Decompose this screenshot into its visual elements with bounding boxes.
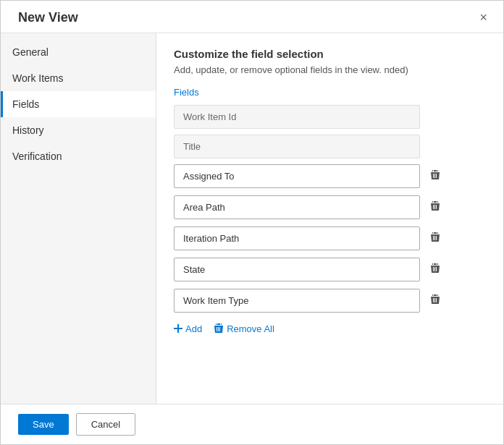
trash-icon [430,263,440,274]
section-title: Customize the field selection [174,48,486,60]
fixed-field-work-item-id: Work Item Id [174,105,420,129]
field-box-work-item-type: Work Item Type [174,289,420,313]
delete-state-button[interactable] [424,260,446,280]
sidebar-item-general[interactable]: General [1,39,156,65]
field-row-iteration-path: Iteration Path [174,226,486,250]
trash-icon [430,294,440,305]
close-button[interactable]: × [475,9,492,25]
delete-assigned-to-button[interactable] [424,166,446,187]
remove-all-label: Remove All [227,323,274,334]
remove-all-button[interactable]: Remove All [214,323,274,334]
save-button[interactable]: Save [18,414,69,435]
section-desc: Add, update, or remove optional fields i… [174,64,486,75]
dialog-header: New View × [1,1,503,33]
trash-icon [430,232,440,243]
field-box-area-path: Area Path [174,195,420,219]
dialog-title: New View [18,10,78,25]
trash-icon [430,200,440,212]
cancel-button[interactable]: Cancel [76,413,135,436]
field-box-state: State [174,258,420,281]
sidebar-item-history[interactable]: History [1,117,156,143]
fixed-field-title: Title [174,135,420,158]
sidebar-item-work-items[interactable]: Work Items [1,65,156,91]
delete-iteration-path-button[interactable] [424,229,446,249]
section-desc-suffix: nded) [385,64,408,75]
field-row-area-path: Area Path [174,195,486,219]
delete-area-path-button[interactable] [424,198,446,218]
trash-blue-icon [214,323,224,334]
field-row-assigned-to: Assigned To [174,164,486,188]
sidebar: General Work Items Fields History Verifi… [1,33,156,404]
delete-work-item-type-button[interactable] [424,291,446,311]
new-view-dialog: New View × General Work Items Fields His… [0,0,504,445]
add-button[interactable]: Add [174,323,202,334]
field-box-assigned-to: Assigned To [174,164,420,188]
field-row-state: State [174,258,486,281]
field-box-iteration-path: Iteration Path [174,226,420,250]
trash-icon [430,169,440,181]
section-desc-text: Add, update, or remove optional fields i… [174,64,382,75]
plus-icon [174,324,182,333]
field-row-work-item-type: Work Item Type [174,289,486,313]
dialog-footer: Save Cancel [1,404,503,444]
main-content: Customize the field selection Add, updat… [156,33,503,404]
add-label: Add [185,323,202,334]
fields-label: Fields [174,87,486,98]
dialog-body: General Work Items Fields History Verifi… [1,33,503,404]
sidebar-item-fields[interactable]: Fields [1,91,156,117]
actions-row: Add Remove All [174,323,486,334]
sidebar-item-verification[interactable]: Verification [1,143,156,169]
